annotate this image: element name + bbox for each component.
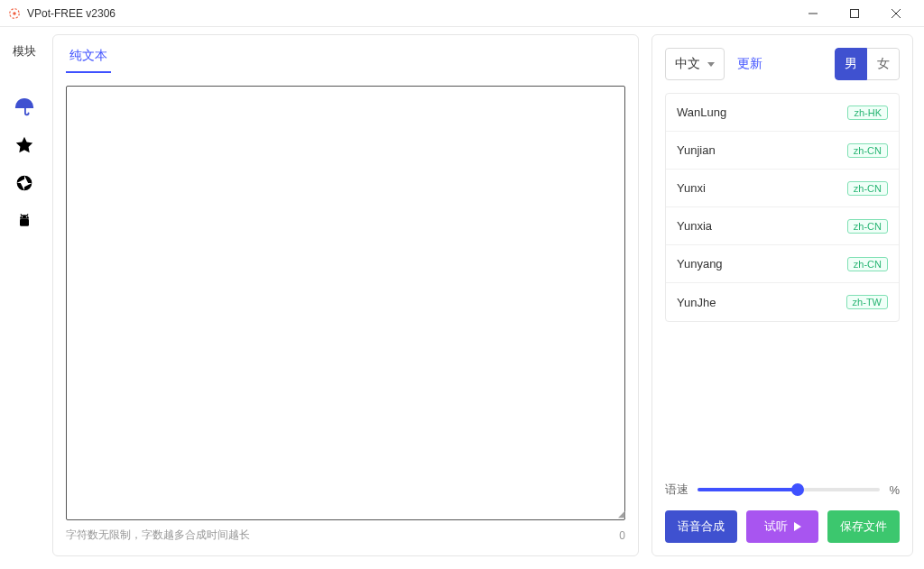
svg-point-9 <box>26 216 28 218</box>
slider-fill <box>698 488 798 491</box>
voice-item[interactable]: WanLung zh-HK <box>666 94 899 132</box>
android-icon[interactable] <box>5 202 43 240</box>
svg-line-10 <box>21 215 23 216</box>
hint-text: 字符数无限制，字数越多合成时间越长 <box>66 528 250 543</box>
gender-male-button[interactable]: 男 <box>835 48 867 80</box>
maximize-button[interactable] <box>834 0 875 27</box>
play-icon <box>794 522 801 531</box>
minimize-button[interactable] <box>792 0 834 27</box>
sidebar: 模块 <box>0 27 49 569</box>
voice-locale-badge: zh-CN <box>847 257 888 271</box>
voice-name: Yunjian <box>677 143 716 157</box>
voice-item[interactable]: YunJhe zh-TW <box>666 283 899 321</box>
voice-name: Yunyang <box>677 257 723 271</box>
update-link[interactable]: 更新 <box>737 56 762 72</box>
voice-locale-badge: zh-CN <box>847 181 888 196</box>
svg-rect-7 <box>20 219 29 226</box>
speed-row: 语速 % <box>665 465 900 498</box>
titlebar: VPot-FREE v2306 <box>0 0 924 27</box>
voice-item[interactable]: Yunxia zh-CN <box>666 207 899 245</box>
svg-rect-3 <box>851 9 859 17</box>
svg-point-8 <box>22 216 23 218</box>
preview-label: 试听 <box>764 519 788 535</box>
tabs-row: 纯文本 <box>66 35 625 73</box>
tab-plaintext[interactable]: 纯文本 <box>66 41 111 73</box>
voice-locale-badge: zh-CN <box>847 219 888 234</box>
chevron-down-icon <box>707 62 715 67</box>
close-button[interactable] <box>875 0 917 27</box>
speed-unit: % <box>889 483 900 497</box>
svg-line-11 <box>27 215 29 216</box>
voice-item[interactable]: Yunyang zh-CN <box>666 245 899 283</box>
language-select[interactable]: 中文 <box>665 48 725 80</box>
umbrella-icon[interactable] <box>5 88 43 126</box>
voice-locale-badge: zh-HK <box>847 106 888 120</box>
speed-slider[interactable] <box>698 482 880 498</box>
app-icon <box>7 6 22 21</box>
voice-name: WanLung <box>677 106 726 119</box>
char-count: 0 <box>619 529 625 542</box>
voice-item[interactable]: Yunjian zh-CN <box>666 132 899 170</box>
window-controls <box>792 0 917 27</box>
gender-toggle: 男 女 <box>835 48 900 80</box>
text-panel: 纯文本 ◢ 字符数无限制，字数越多合成时间越长 0 <box>52 34 639 556</box>
gender-female-button[interactable]: 女 <box>867 48 900 80</box>
synthesize-button[interactable]: 语音合成 <box>665 510 737 543</box>
save-file-button[interactable]: 保存文件 <box>827 510 900 543</box>
speed-label: 语速 <box>665 482 688 498</box>
voice-item[interactable]: Yunxi zh-CN <box>666 170 899 207</box>
main-textarea[interactable] <box>66 86 625 520</box>
window-title: VPot-FREE v2306 <box>27 7 792 20</box>
voice-locale-badge: zh-CN <box>847 143 888 158</box>
language-value: 中文 <box>675 56 700 72</box>
voice-panel: 中文 更新 男 女 WanLung zh-HK Yunjian zh-CN <box>651 34 913 556</box>
aperture-icon[interactable] <box>5 164 43 202</box>
preview-button[interactable]: 试听 <box>746 510 818 543</box>
voice-name: Yunxi <box>677 181 706 195</box>
voice-name: Yunxia <box>677 219 712 233</box>
slider-thumb[interactable] <box>791 483 804 496</box>
sidebar-module-label: 模块 <box>13 36 36 67</box>
voice-list: WanLung zh-HK Yunjian zh-CN Yunxi zh-CN … <box>665 93 900 322</box>
svg-point-1 <box>13 12 16 15</box>
voice-name: YunJhe <box>677 296 716 309</box>
voice-locale-badge: zh-TW <box>846 295 888 309</box>
star-icon[interactable] <box>5 126 43 164</box>
